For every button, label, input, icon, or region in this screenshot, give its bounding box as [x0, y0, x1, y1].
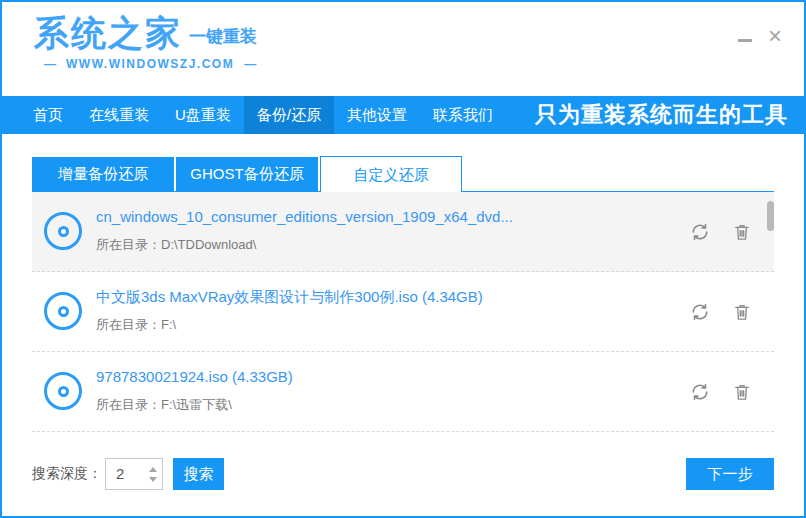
next-step-button[interactable]: 下一步 [686, 458, 774, 490]
row-actions [690, 382, 752, 402]
logo-subtitle: 一键重装 [189, 25, 257, 50]
iso-path-value: F:\ [161, 317, 176, 332]
iso-path-label: 所在目录： [96, 397, 161, 412]
iso-path-label: 所在目录： [96, 317, 161, 332]
trash-icon[interactable] [732, 302, 752, 322]
trash-icon[interactable] [732, 222, 752, 242]
list-item[interactable]: 9787830021924.iso (4.33GB) 所在目录：F:\迅雷下载\ [32, 352, 774, 432]
search-depth-label: 搜索深度： [32, 465, 102, 483]
chevron-down-icon[interactable] [149, 477, 157, 482]
iso-title-link[interactable]: 9787830021924.iso (4.33GB) [96, 368, 293, 385]
search-depth-value[interactable]: 2 [106, 459, 144, 489]
stepper-arrows [144, 459, 162, 489]
nav-item-home[interactable]: 首页 [20, 96, 76, 134]
search-button[interactable]: 搜索 [173, 458, 224, 490]
list-item[interactable]: 中文版3ds MaxVRay效果图设计与制作300例.iso (4.34GB) … [32, 272, 774, 352]
dash-left: — [44, 57, 56, 71]
iso-title-link[interactable]: 中文版3ds MaxVRay效果图设计与制作300例.iso (4.34GB) [96, 288, 483, 307]
iso-title-link[interactable]: cn_windows_10_consumer_editions_version_… [96, 208, 513, 225]
tab-ghost-backup-restore[interactable]: GHOST备份还原 [176, 157, 318, 191]
disc-icon [44, 292, 82, 330]
refresh-icon[interactable] [690, 382, 710, 402]
dash-right: — [244, 57, 256, 71]
scrollbar-thumb[interactable] [767, 201, 774, 231]
window-controls: × [738, 26, 782, 46]
footer-bar: 搜索深度： 2 搜索 下一步 [32, 458, 774, 490]
minimize-icon[interactable] [738, 39, 752, 42]
iso-path: 所在目录：F:\ [96, 316, 176, 334]
refresh-icon[interactable] [690, 302, 710, 322]
row-actions [690, 302, 752, 322]
logo-url: — WWW.WINDOWSZJ.COM — [34, 57, 266, 71]
app-logo: 系统之家 一键重装 — WWW.WINDOWSZJ.COM — [34, 15, 266, 71]
logo-title: 系统之家 [34, 15, 182, 50]
row-actions [690, 222, 752, 242]
tab-custom-restore[interactable]: 自定义还原 [320, 156, 462, 192]
nav-item-usb-reinstall[interactable]: U盘重装 [162, 96, 244, 134]
iso-path-label: 所在目录： [96, 237, 161, 252]
main-nav: 首页 在线重装 U盘重装 备份/还原 其他设置 联系我们 只为重装系统而生的工具 [2, 96, 804, 134]
refresh-icon[interactable] [690, 222, 710, 242]
iso-path: 所在目录：F:\迅雷下载\ [96, 396, 232, 414]
iso-path-value: F:\迅雷下载\ [161, 397, 232, 412]
trash-icon[interactable] [732, 382, 752, 402]
close-icon[interactable]: × [768, 26, 782, 46]
search-depth-stepper[interactable]: 2 [105, 458, 163, 490]
iso-list: cn_windows_10_consumer_editions_version_… [32, 192, 774, 432]
nav-item-other-settings[interactable]: 其他设置 [334, 96, 420, 134]
nav-item-contact-us[interactable]: 联系我们 [420, 96, 506, 134]
chevron-up-icon[interactable] [149, 467, 157, 472]
logo-url-text: WWW.WINDOWSZJ.COM [66, 57, 234, 71]
app-window: 系统之家 一键重装 — WWW.WINDOWSZJ.COM — × 首页 在线重… [0, 0, 806, 518]
disc-icon [44, 372, 82, 410]
iso-path: 所在目录：D:\TDDownload\ [96, 236, 256, 254]
nav-item-backup-restore[interactable]: 备份/还原 [244, 96, 334, 134]
restore-tabs: 增量备份还原 GHOST备份还原 自定义还原 [32, 156, 774, 192]
iso-path-value: D:\TDDownload\ [161, 237, 256, 252]
nav-slogan: 只为重装系统而生的工具 [535, 96, 788, 134]
tab-incremental-backup-restore[interactable]: 增量备份还原 [32, 157, 174, 191]
list-item[interactable]: cn_windows_10_consumer_editions_version_… [32, 192, 774, 272]
disc-icon [44, 212, 82, 250]
header: 系统之家 一键重装 — WWW.WINDOWSZJ.COM — × [2, 2, 804, 96]
nav-item-online-reinstall[interactable]: 在线重装 [76, 96, 162, 134]
